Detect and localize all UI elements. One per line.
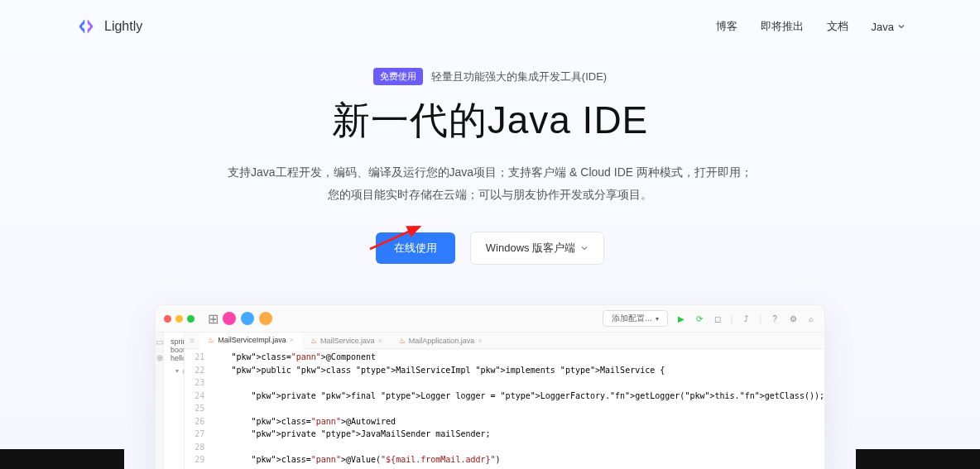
tree-item[interactable]: ▸▭spring-boot-file-upload bbox=[167, 430, 184, 441]
nav-docs[interactable]: 文档 bbox=[827, 19, 848, 34]
editor-tabs: ≡ ♨MailServiceImpl.java× ♨MailService.ja… bbox=[185, 333, 824, 349]
line-gutter: 2122232425262728293031323334 bbox=[185, 351, 211, 469]
code-content: "pkw">class="pann">@Component "pkw">publ… bbox=[211, 351, 824, 469]
chevron-down-icon bbox=[897, 22, 906, 31]
window-controls[interactable] bbox=[164, 315, 195, 323]
maximize-icon[interactable] bbox=[187, 315, 195, 323]
java-icon: ♨ bbox=[310, 337, 317, 345]
activity-bar: ▭ ⊕ bbox=[156, 333, 164, 469]
titlebar-right: 添加配置...▾ ▶ ⟳ ◻ | ⤴ | ? ⚙ ⌕ bbox=[603, 310, 816, 327]
logo-text: Lightly bbox=[104, 19, 142, 34]
top-nav: 博客 即将推出 文档 Java bbox=[716, 19, 906, 34]
site-header: Lightly 博客 即将推出 文档 Java bbox=[0, 0, 980, 53]
search-icon[interactable]: ⌕ bbox=[806, 313, 816, 323]
tree-item[interactable]: ▸▭spring-boot-actuator bbox=[167, 376, 184, 387]
chevron-down-icon bbox=[580, 244, 588, 252]
badge-description: 轻量且功能强大的集成开发工具(IDE) bbox=[431, 69, 607, 84]
project-name: spring-boot-hello bbox=[171, 337, 185, 362]
tree-item[interactable]: ▸▭spring-boot-jpa-thymeleaf-curd bbox=[167, 452, 184, 462]
tree-item[interactable]: ▾▭spring-boot-mail bbox=[167, 462, 184, 469]
close-icon[interactable]: × bbox=[290, 336, 294, 344]
logo[interactable]: Lightly bbox=[74, 15, 142, 38]
java-icon: ♨ bbox=[399, 337, 406, 345]
hero-subtitle: 支持Java工程开发，编码、编译及运行您的Java项目；支持客户端 & Clou… bbox=[0, 161, 980, 205]
add-config-button[interactable]: 添加配置...▾ bbox=[603, 310, 667, 327]
badge-row: 免费使用 轻量且功能强大的集成开发工具(IDE) bbox=[0, 68, 980, 85]
hero-section: 免费使用 轻量且功能强大的集成开发工具(IDE) 新一代的Java IDE 支持… bbox=[0, 53, 980, 265]
cta-row: 在线使用 Windows 版客户端 bbox=[0, 232, 980, 265]
close-icon[interactable]: × bbox=[378, 337, 382, 345]
download-windows-label: Windows 版客户端 bbox=[486, 241, 575, 256]
hero-sub-line1: 支持Java工程开发，编码、编译及运行您的Java项目；支持客户端 & Clou… bbox=[0, 161, 980, 184]
hero-sub-line2: 您的项目能实时存储在云端；可以与朋友协作开发或分享项目。 bbox=[0, 184, 980, 206]
nav-coming-soon[interactable]: 即将推出 bbox=[761, 19, 804, 34]
ide-screenshot: ⊞ 添加配置...▾ ▶ ⟳ ◻ | ⤴ | ? ⚙ ⌕ ▭ ⊕ spring-… bbox=[155, 304, 825, 469]
tab-mailapplication[interactable]: ♨MailApplication.java× bbox=[391, 333, 491, 348]
tree-item[interactable]: ▸▭spring-boot-commandLineRunner bbox=[167, 387, 184, 398]
stop-icon[interactable]: ◻ bbox=[713, 313, 723, 323]
tree-item[interactable]: ▸▭spring-boot-docker bbox=[167, 398, 184, 409]
gear-icon[interactable]: ⚙ bbox=[788, 313, 798, 323]
explorer-header: spring-boot-hello ⚲ ⟳ ⤓ + bbox=[164, 336, 184, 364]
close-icon[interactable] bbox=[164, 315, 171, 323]
ide-body: ▭ ⊕ spring-boot-hello ⚲ ⟳ ⤓ + ▾▭spring-b… bbox=[156, 333, 824, 469]
nav-language-dropdown[interactable]: Java bbox=[872, 21, 906, 33]
folder-icon[interactable]: ▭ bbox=[156, 337, 163, 347]
ide-titlebar: ⊞ 添加配置...▾ ▶ ⟳ ◻ | ⤴ | ? ⚙ ⌕ bbox=[156, 305, 824, 333]
run-icon[interactable]: ▶ bbox=[676, 313, 686, 323]
share-icon[interactable]: ⤴ bbox=[741, 313, 751, 323]
nav-language-label: Java bbox=[872, 21, 894, 33]
code-editor[interactable]: 2122232425262728293031323334 "pkw">class… bbox=[185, 349, 824, 469]
minimize-icon[interactable] bbox=[175, 315, 183, 323]
avatar[interactable] bbox=[223, 312, 236, 325]
use-online-button[interactable]: 在线使用 bbox=[376, 232, 455, 264]
avatar[interactable] bbox=[259, 312, 272, 325]
editor-area: ≡ ♨MailServiceImpl.java× ♨MailService.ja… bbox=[185, 333, 824, 469]
tab-drag-icon[interactable]: ≡ bbox=[190, 336, 195, 345]
titlebar-left: ⊞ bbox=[164, 312, 272, 325]
logo-icon bbox=[74, 15, 98, 38]
avatar[interactable] bbox=[241, 312, 254, 325]
tree-item[interactable]: ▾▭spring-boot-hello bbox=[167, 366, 180, 376]
tree-item[interactable]: ▸▭spring-boot-fastDFS bbox=[167, 419, 184, 430]
tab-mailserviceimpl[interactable]: ♨MailServiceImpl.java× bbox=[199, 333, 302, 349]
close-icon[interactable]: × bbox=[478, 337, 482, 345]
java-icon: ♨ bbox=[208, 336, 214, 344]
tab-mailservice[interactable]: ♨MailService.java× bbox=[302, 333, 391, 348]
debug-icon[interactable]: ⟳ bbox=[694, 313, 704, 323]
free-badge: 免费使用 bbox=[373, 68, 423, 85]
help-icon[interactable]: ? bbox=[770, 313, 780, 323]
decorative-strip bbox=[856, 449, 980, 469]
nav-blog[interactable]: 博客 bbox=[716, 19, 737, 34]
page-title: 新一代的Java IDE bbox=[0, 95, 980, 146]
file-explorer: spring-boot-hello ⚲ ⟳ ⤓ + ▾▭spring-boot-… bbox=[164, 333, 185, 469]
decorative-strip bbox=[0, 449, 124, 469]
file-tree: ▾▭spring-boot-hello▸▭spring-boot-actuato… bbox=[164, 364, 184, 469]
globe-icon[interactable]: ⊕ bbox=[156, 353, 163, 362]
tree-item[interactable]: ▸▭spring-boot-jpa bbox=[167, 441, 184, 452]
download-windows-button[interactable]: Windows 版客户端 bbox=[470, 232, 604, 265]
tree-item[interactable]: ▸▭spring-boot-elasticsearch bbox=[167, 409, 184, 419]
split-icon[interactable]: ⊞ bbox=[208, 313, 218, 323]
